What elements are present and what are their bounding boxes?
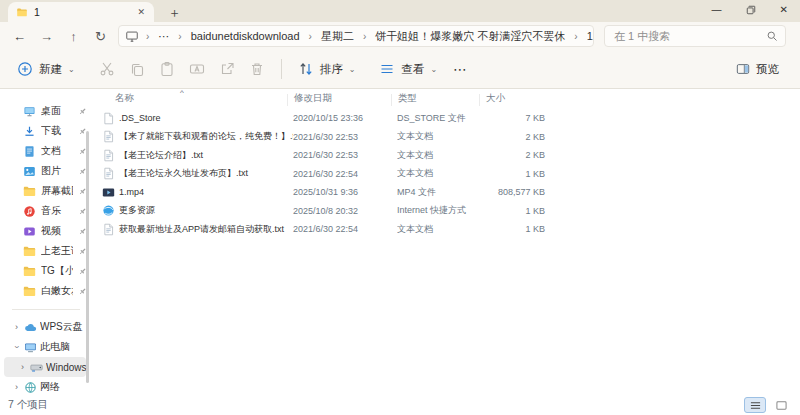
new-tab-button[interactable]: ＋ — [168, 6, 181, 19]
breadcrumb-segment[interactable]: 饼干姐姐！爆浆嫩穴 不射满淫穴不罢休 — [373, 29, 567, 44]
more-options-button[interactable]: ⋯ — [444, 61, 477, 77]
file-explorer-window: 1 ✕ ＋ — ✕ ← → ↑ ↻ ›⋯›baidunetdiskdownloa… — [0, 0, 800, 415]
delete-button[interactable] — [242, 56, 272, 82]
file-row[interactable]: 获取最新地址及APP请发邮箱自动获取.txt2021/6/30 22:54文本文… — [90, 220, 800, 239]
sidebar-item-label: 网络 — [40, 380, 86, 394]
status-bar: 7 个项目 — [0, 395, 800, 415]
column-header-size[interactable]: 大小 — [485, 92, 545, 105]
up-button[interactable]: ↑ — [60, 29, 87, 44]
file-name: 获取最新地址及APP请发邮箱自动获取.txt — [102, 223, 293, 236]
paste-button[interactable] — [152, 56, 182, 82]
file-date: 2021/6/30 22:54 — [293, 224, 397, 234]
tree-expander-icon[interactable]: › — [12, 382, 21, 392]
close-button[interactable]: ✕ — [780, 5, 788, 15]
file-type: DS_STORE 文件 — [397, 112, 485, 125]
file-size: 808,577 KB — [485, 187, 545, 197]
new-button[interactable]: 新建 ⌄ — [10, 56, 82, 82]
trash-icon — [249, 61, 265, 77]
sidebar-item-videos[interactable]: 视频 — [0, 221, 90, 241]
tree-expander-icon[interactable]: › — [12, 322, 21, 332]
sidebar-item-pictures[interactable]: 图片 — [0, 161, 90, 181]
rename-button[interactable] — [182, 56, 212, 82]
folder-icon — [23, 245, 36, 258]
sidebar-item-this-pc[interactable]: ›此电脑 — [4, 337, 86, 357]
file-size: 1 KB — [485, 206, 545, 216]
tree-expander-icon[interactable]: › — [12, 343, 22, 352]
file-row[interactable]: 1.mp42025/10/31 9:36MP4 文件808,577 KB — [90, 183, 800, 202]
refresh-button[interactable]: ↻ — [87, 29, 114, 44]
sidebar-item-downloads[interactable]: 下载 — [0, 121, 90, 141]
preview-pane-icon — [736, 62, 750, 76]
internet-shortcut-icon — [102, 204, 115, 217]
document-icon — [23, 145, 36, 158]
share-button[interactable] — [212, 56, 242, 82]
file-row[interactable]: .DS_Store2020/10/15 23:36DS_STORE 文件7 KB — [90, 109, 800, 128]
column-header-name[interactable]: 名称 ^ — [102, 92, 293, 105]
file-row[interactable]: 更多资源2025/10/8 20:32Internet 快捷方式1 KB — [90, 202, 800, 221]
sidebar-item-label: 音乐 — [41, 204, 73, 218]
drive-icon — [30, 361, 43, 374]
breadcrumb-chevron-icon: › — [356, 31, 373, 42]
tab-title: 1 — [34, 6, 128, 18]
sidebar-item-windows-ssd[interactable]: ›Windows-SSD — [4, 357, 86, 377]
breadcrumb-overflow-button[interactable]: ⋯ — [156, 30, 171, 43]
pictures-icon — [23, 165, 36, 178]
music-icon — [23, 205, 36, 218]
file-date: 2021/6/30 22:54 — [293, 169, 397, 179]
sidebar-item-wps-cloud[interactable]: ›WPS云盘 — [4, 317, 86, 337]
column-header-row: 名称 ^ 修改日期 类型 大小 — [90, 91, 800, 106]
copy-button[interactable] — [122, 56, 152, 82]
tab-close-icon[interactable]: ✕ — [134, 6, 148, 18]
preview-button[interactable]: 预览 — [729, 57, 786, 82]
file-row[interactable]: 【老王论坛永久地址发布页】.txt2021/6/30 22:54文本文档1 KB — [90, 165, 800, 184]
command-bar: 新建 ⌄ 排序 ⌄ 查看 ⌄ ⋯ 预览 — [0, 50, 800, 89]
file-row[interactable]: 【来了就能下载和观看的论坛，纯免费！】.txt2021/6/30 22:53文本… — [90, 128, 800, 147]
file-size: 7 KB — [485, 113, 545, 123]
sidebar-item-network[interactable]: ›网络 — [4, 377, 86, 397]
back-button[interactable]: ← — [6, 29, 33, 44]
explorer-tab[interactable]: 1 ✕ — [8, 2, 154, 22]
sidebar-item-bainen-folder[interactable]: 白嫩女友终于 — [0, 281, 90, 301]
sidebar-item-label: 白嫩女友终于 — [41, 284, 73, 298]
sidebar-item-tg-folder[interactable]: TG【小械维反 — [0, 261, 90, 281]
view-button[interactable]: 查看 ⌄ — [372, 56, 444, 82]
sidebar-item-music[interactable]: 音乐 — [0, 201, 90, 221]
details-view-icon — [749, 400, 762, 411]
file-date: 2025/10/31 9:36 — [293, 187, 397, 197]
file-size: 2 KB — [485, 132, 545, 142]
restore-button[interactable] — [746, 5, 756, 15]
file-date: 2021/6/30 22:53 — [293, 132, 397, 142]
breadcrumb-segment[interactable]: baidunetdiskdownload — [189, 30, 302, 42]
tree-expander-icon[interactable]: › — [18, 362, 27, 372]
breadcrumb-segment[interactable]: 1 — [585, 30, 594, 42]
file-date: 2020/10/15 23:36 — [293, 113, 397, 123]
search-input[interactable] — [612, 29, 766, 43]
sort-ascending-icon: ^ — [180, 89, 184, 97]
file-name-text: .DS_Store — [119, 113, 161, 123]
pin-icon — [78, 107, 87, 116]
sidebar-item-screenshots[interactable]: 屏幕截图 — [0, 181, 90, 201]
details-view-button[interactable] — [744, 397, 766, 413]
file-date: 2025/10/8 20:32 — [293, 206, 397, 216]
file-row[interactable]: 【老王论坛介绍】.txt2021/6/30 22:53文本文档2 KB — [90, 146, 800, 165]
breadcrumb: ›⋯›baidunetdiskdownload›星期二›饼干姐姐！爆浆嫩穴 不射… — [118, 25, 594, 47]
forward-button[interactable]: → — [33, 29, 60, 44]
sidebar-item-label: 文档 — [41, 144, 73, 158]
sidebar-item-documents[interactable]: 文档 — [0, 141, 90, 161]
sidebar-item-label: 此电脑 — [40, 340, 86, 354]
text-file-icon — [102, 223, 115, 236]
column-header-date[interactable]: 修改日期 — [293, 92, 397, 105]
file-name-text: 【老王论坛永久地址发布页】.txt — [119, 167, 248, 180]
thumbnails-view-button[interactable] — [770, 397, 792, 413]
column-header-type[interactable]: 类型 — [397, 92, 485, 105]
minimize-button[interactable]: — — [712, 5, 722, 15]
breadcrumb-segment[interactable]: 星期二 — [319, 29, 356, 44]
file-size: 2 KB — [485, 150, 545, 160]
cut-button[interactable] — [92, 56, 122, 82]
sidebar-scrollbar[interactable] — [86, 131, 89, 383]
search-box — [604, 25, 786, 47]
sidebar-item-desktop[interactable]: 桌面 — [0, 101, 90, 121]
sidebar-item-laowang-forum[interactable]: 上老王论坛当 — [0, 241, 90, 261]
file-name: 【来了就能下载和观看的论坛，纯免费！】.txt — [102, 130, 293, 143]
sort-button[interactable]: 排序 ⌄ — [291, 56, 363, 82]
